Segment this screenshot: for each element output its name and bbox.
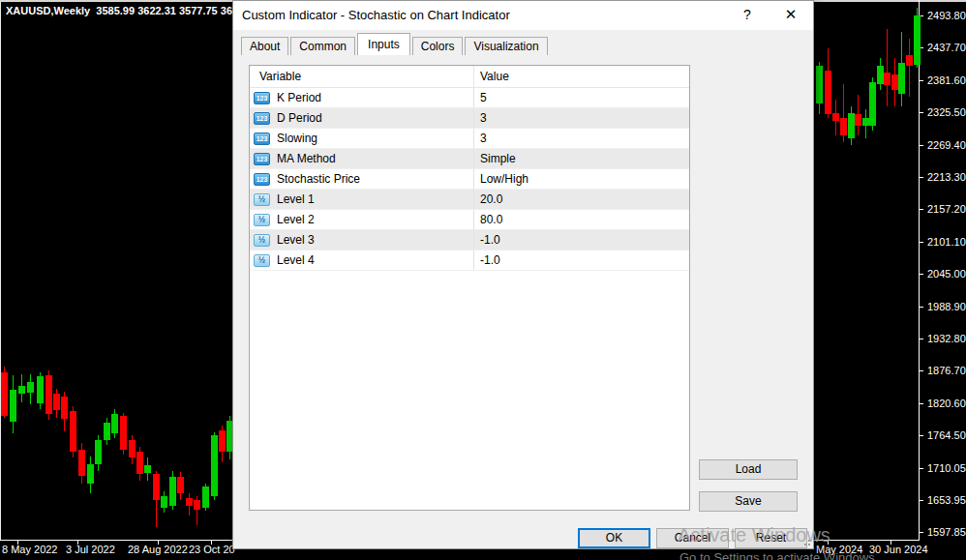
price-tick bbox=[919, 209, 923, 210]
date-axis-label: 8 May 2022 bbox=[2, 544, 57, 555]
candlestick-body bbox=[27, 382, 34, 393]
tab-colors[interactable]: Colors bbox=[412, 37, 464, 55]
value-cell[interactable]: 5 bbox=[473, 88, 689, 107]
value-cell[interactable]: 20.0 bbox=[473, 190, 689, 209]
numeric-param-icon: 123 bbox=[254, 133, 270, 145]
variable-name: Level 1 bbox=[277, 192, 315, 206]
price-axis-label: 2325.50 bbox=[927, 106, 966, 118]
double-param-icon: ½ bbox=[254, 193, 270, 206]
date-axis-label: 28 Aug 2022 bbox=[128, 544, 188, 555]
variable-name: K Period bbox=[277, 91, 321, 104]
save-button[interactable]: Save bbox=[699, 491, 798, 512]
candlestick-body bbox=[816, 66, 823, 103]
candlestick-body bbox=[848, 113, 855, 138]
numeric-param-icon: 123 bbox=[254, 112, 270, 125]
value-cell[interactable]: 3 bbox=[473, 108, 689, 128]
price-axis-label: 1710.05 bbox=[927, 462, 966, 474]
double-param-icon: ½ bbox=[254, 234, 270, 247]
variable-name: D Period bbox=[277, 111, 322, 125]
tab-common[interactable]: Common bbox=[290, 37, 355, 55]
candlestick-body bbox=[70, 411, 76, 452]
price-tick bbox=[919, 242, 923, 243]
table-row[interactable]: 123Stochastic PriceLow/High bbox=[250, 169, 689, 190]
date-tick bbox=[17, 541, 18, 545]
candlestick-body bbox=[144, 465, 151, 473]
price-tick bbox=[919, 435, 923, 436]
help-icon[interactable]: ? bbox=[738, 5, 757, 24]
table-header: Variable Value bbox=[250, 66, 689, 88]
close-icon[interactable]: ✕ bbox=[781, 5, 800, 24]
candlestick-body bbox=[194, 500, 200, 510]
price-axis-label: 2381.60 bbox=[927, 74, 966, 86]
value-cell[interactable]: Simple bbox=[473, 149, 689, 168]
candlestick-body bbox=[111, 414, 118, 433]
table-row[interactable]: 123Slowing3 bbox=[250, 129, 689, 149]
activate-windows-watermark: Activate Windows bbox=[678, 524, 830, 546]
tab-about[interactable]: About bbox=[241, 37, 288, 55]
dialog-title: Custom Indicator - Stochastic on Chart I… bbox=[242, 8, 510, 22]
price-axis-label: 1764.50 bbox=[927, 429, 966, 441]
table-row[interactable]: ½Level 4-1.0 bbox=[250, 251, 689, 271]
candlestick-wick bbox=[887, 29, 888, 106]
load-button[interactable]: Load bbox=[699, 459, 798, 480]
price-tick bbox=[919, 500, 923, 501]
variable-name: Level 3 bbox=[277, 233, 315, 247]
table-row[interactable]: 123MA MethodSimple bbox=[250, 149, 689, 169]
variable-cell: ½Level 1 bbox=[250, 190, 473, 209]
candlestick-body bbox=[18, 386, 25, 394]
chart-left-border bbox=[0, 2, 1, 540]
chart-symbol-ohlc: XAUUSD,Weekly 3585.99 3622.31 3577.75 36… bbox=[6, 5, 259, 16]
value-cell[interactable]: -1.0 bbox=[473, 251, 689, 270]
dialog-titlebar[interactable]: Custom Indicator - Stochastic on Chart I… bbox=[233, 1, 813, 30]
variable-name: Level 2 bbox=[277, 213, 315, 226]
double-param-icon: ½ bbox=[254, 254, 270, 267]
price-axis-label: 2157.20 bbox=[927, 203, 966, 215]
date-axis-label: 23 Oct 20 bbox=[189, 544, 235, 555]
variable-name: Stochastic Price bbox=[277, 172, 360, 186]
date-tick bbox=[77, 541, 78, 545]
variable-cell: 123Slowing bbox=[250, 129, 473, 148]
value-cell[interactable]: 80.0 bbox=[473, 210, 689, 229]
candlestick-body bbox=[840, 118, 847, 135]
tab-bar: AboutCommonInputsColorsVisualization bbox=[241, 33, 550, 55]
candlestick-body bbox=[10, 390, 16, 422]
price-axis-label: 2101.10 bbox=[927, 236, 966, 248]
value-cell[interactable]: Low/High bbox=[473, 169, 689, 189]
date-tick bbox=[158, 541, 159, 545]
price-tick bbox=[919, 145, 923, 146]
candlestick-body bbox=[906, 55, 913, 66]
candlestick-body bbox=[869, 82, 876, 126]
candlestick-body bbox=[153, 474, 160, 500]
candlestick-body bbox=[87, 464, 94, 484]
candlestick-body bbox=[862, 118, 869, 126]
double-param-icon: ½ bbox=[254, 214, 270, 226]
ok-button[interactable]: OK bbox=[578, 528, 650, 548]
price-tick bbox=[919, 339, 923, 339]
variable-column-header: Variable bbox=[250, 66, 473, 87]
variable-name: Level 4 bbox=[277, 253, 315, 267]
price-tick bbox=[919, 112, 923, 113]
tab-inputs[interactable]: Inputs bbox=[357, 33, 410, 55]
price-tick bbox=[919, 80, 923, 81]
table-row[interactable]: ½Level 3-1.0 bbox=[250, 230, 689, 251]
candlestick-body bbox=[219, 430, 226, 452]
variable-cell: 123MA Method bbox=[250, 149, 473, 168]
price-tick bbox=[919, 307, 923, 308]
value-cell[interactable]: 3 bbox=[473, 129, 689, 148]
candlestick-body bbox=[45, 375, 52, 414]
tab-visualization[interactable]: Visualization bbox=[465, 37, 547, 55]
candlestick-body bbox=[120, 416, 127, 450]
table-row[interactable]: ½Level 120.0 bbox=[250, 190, 689, 210]
price-axis-label: 1988.90 bbox=[927, 301, 966, 312]
date-tick bbox=[891, 541, 891, 545]
candlestick-body bbox=[78, 450, 85, 476]
candlestick-body bbox=[877, 66, 884, 84]
activate-windows-watermark-subtext: Go to Settings to activate Windows bbox=[679, 550, 875, 560]
table-row[interactable]: 123D Period3 bbox=[250, 108, 689, 129]
table-row[interactable]: 123K Period5 bbox=[250, 88, 689, 108]
variable-cell: 123Stochastic Price bbox=[250, 169, 473, 189]
candlestick-wick bbox=[909, 39, 910, 97]
variable-cell: ½Level 4 bbox=[250, 251, 473, 270]
value-cell[interactable]: -1.0 bbox=[473, 230, 689, 250]
table-row[interactable]: ½Level 280.0 bbox=[250, 210, 689, 230]
